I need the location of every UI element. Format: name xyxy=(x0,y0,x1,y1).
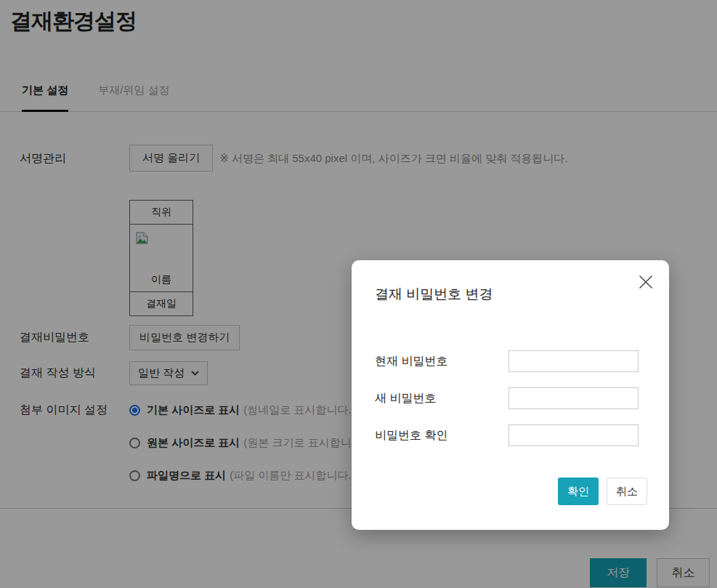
new-password-label: 새 비밀번호 xyxy=(373,391,509,406)
current-password-row: 현재 비밀번호 xyxy=(373,350,647,372)
confirm-password-input[interactable] xyxy=(509,424,639,446)
confirm-password-label: 비밀번호 확인 xyxy=(373,428,509,443)
new-password-input[interactable] xyxy=(509,387,639,409)
confirm-password-row: 비밀번호 확인 xyxy=(373,424,647,446)
confirm-button[interactable]: 확인 xyxy=(558,478,599,505)
modal-cancel-button[interactable]: 취소 xyxy=(607,478,647,505)
modal-buttons: 확인 취소 xyxy=(373,478,647,505)
modal-title: 결재 비밀번호 변경 xyxy=(375,285,647,304)
password-change-modal: 결재 비밀번호 변경 현재 비밀번호 새 비밀번호 비밀번호 확인 확인 취소 xyxy=(352,260,669,530)
close-icon[interactable] xyxy=(636,273,655,291)
new-password-row: 새 비밀번호 xyxy=(373,387,647,409)
current-password-label: 현재 비밀번호 xyxy=(373,354,509,369)
current-password-input[interactable] xyxy=(509,350,639,372)
modal-fields: 현재 비밀번호 새 비밀번호 비밀번호 확인 xyxy=(373,350,647,446)
